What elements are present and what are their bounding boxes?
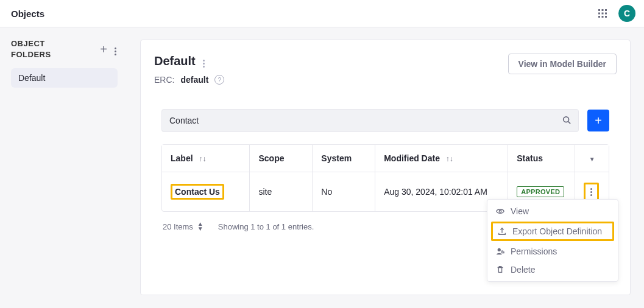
svg-rect-7: [602, 16, 604, 18]
folder-list: Default: [11, 68, 118, 88]
sort-icon: ↑↓: [446, 155, 453, 163]
svg-rect-4: [602, 13, 604, 15]
sidebar-heading-line2: FOLDERS: [11, 50, 51, 59]
panel-title: Default: [154, 54, 196, 68]
erc-value: default: [180, 75, 208, 85]
objects-table: Label ↑↓ Scope System Modified Date: [161, 144, 609, 212]
menu-delete[interactable]: Delete: [487, 261, 618, 279]
updown-icon: ▲▼: [197, 222, 203, 231]
svg-rect-3: [598, 13, 600, 15]
panel-header: Default ERC: default ? View in Model Bui…: [154, 54, 617, 85]
sidebar-heading: OBJECT FOLDERS: [11, 38, 51, 60]
col-scope[interactable]: Scope: [250, 145, 313, 172]
table-header-row: Label ↑↓ Scope System Modified Date: [162, 145, 609, 172]
col-system-text: System: [321, 153, 352, 163]
col-actions[interactable]: ▼: [575, 145, 609, 172]
search-box[interactable]: [161, 109, 579, 132]
export-icon: [498, 227, 506, 236]
col-status[interactable]: Status: [508, 145, 575, 172]
cell-actions: View Export Object Definition: [575, 172, 609, 212]
col-modified-text: Modified Date: [384, 153, 440, 163]
info-icon[interactable]: ?: [214, 75, 224, 85]
highlight-label: Contact Us: [171, 184, 224, 200]
permissions-icon: [496, 247, 504, 256]
menu-export-object-definition[interactable]: Export Object Definition: [491, 222, 614, 241]
view-model-builder-button[interactable]: View in Model Builder: [508, 54, 617, 74]
svg-rect-0: [598, 9, 600, 11]
svg-point-11: [499, 210, 501, 212]
cell-system: No: [313, 172, 375, 212]
menu-delete-label: Delete: [511, 265, 535, 275]
avatar[interactable]: C: [618, 5, 635, 22]
sidebar-heading-line1: OBJECT: [11, 39, 45, 48]
col-modified[interactable]: Modified Date ↑↓: [375, 145, 508, 172]
search-input[interactable]: [169, 116, 562, 125]
erc-label: ERC:: [154, 75, 174, 85]
page-title: Objects: [11, 9, 44, 19]
cell-label: Contact Us: [162, 172, 250, 212]
panel: Default ERC: default ? View in Model Bui…: [140, 40, 631, 295]
top-bar: Objects C: [0, 0, 644, 27]
per-page-label: 20 Items: [163, 222, 193, 231]
col-system[interactable]: System: [313, 145, 375, 172]
svg-rect-8: [605, 16, 607, 18]
layout: OBJECT FOLDERS + Default Default: [0, 27, 644, 308]
object-label-link[interactable]: Contact Us: [175, 187, 220, 197]
sidebar-header: OBJECT FOLDERS +: [11, 38, 118, 60]
main: Default ERC: default ? View in Model Bui…: [127, 27, 644, 308]
erc-row: ERC: default ?: [154, 75, 224, 85]
col-label[interactable]: Label ↑↓: [162, 145, 250, 172]
panel-kebab-icon[interactable]: [202, 54, 206, 69]
plus-icon: +: [595, 114, 602, 127]
eye-icon: [496, 207, 504, 215]
svg-rect-5: [605, 13, 607, 15]
sidebar-folder-default[interactable]: Default: [11, 68, 118, 88]
sort-icon: ↑↓: [199, 155, 206, 163]
svg-point-12: [498, 248, 501, 251]
svg-rect-6: [598, 16, 600, 18]
caret-down-icon: ▼: [589, 156, 595, 163]
status-badge: APPROVED: [517, 186, 564, 197]
topbar-right: C: [598, 5, 635, 22]
svg-rect-1: [602, 9, 604, 11]
svg-rect-2: [605, 9, 607, 11]
sidebar: OBJECT FOLDERS + Default: [0, 27, 127, 308]
apps-grid-icon[interactable]: [598, 9, 607, 18]
per-page-selector[interactable]: 20 Items ▲▼: [163, 222, 203, 231]
menu-view-label: View: [511, 206, 529, 216]
col-label-text: Label: [171, 153, 193, 163]
trash-icon: [496, 265, 504, 274]
col-scope-text: Scope: [258, 153, 284, 163]
search-icon[interactable]: [562, 116, 571, 126]
menu-view[interactable]: View: [487, 202, 618, 220]
add-object-button[interactable]: +: [587, 110, 609, 131]
panel-title-row: Default: [154, 54, 224, 69]
row-actions-dropdown: View Export Object Definition: [487, 199, 618, 282]
search-row: +: [154, 109, 617, 132]
col-status-text: Status: [517, 153, 543, 163]
add-folder-icon[interactable]: +: [100, 43, 107, 55]
menu-export-label: Export Object Definition: [512, 226, 602, 236]
menu-permissions-label: Permissions: [511, 247, 557, 256]
svg-line-10: [568, 121, 571, 124]
svg-point-9: [564, 116, 569, 122]
cell-scope: site: [250, 172, 313, 212]
showing-text: Showing 1 to 1 of 1 entries.: [218, 222, 314, 231]
table-row: Contact Us site No Aug 30, 2024, 10:02:0…: [162, 172, 609, 212]
sidebar-kebab-icon[interactable]: [113, 41, 118, 57]
menu-permissions[interactable]: Permissions: [487, 242, 618, 261]
sidebar-actions: +: [100, 41, 118, 57]
folder-label: Default: [18, 73, 45, 83]
